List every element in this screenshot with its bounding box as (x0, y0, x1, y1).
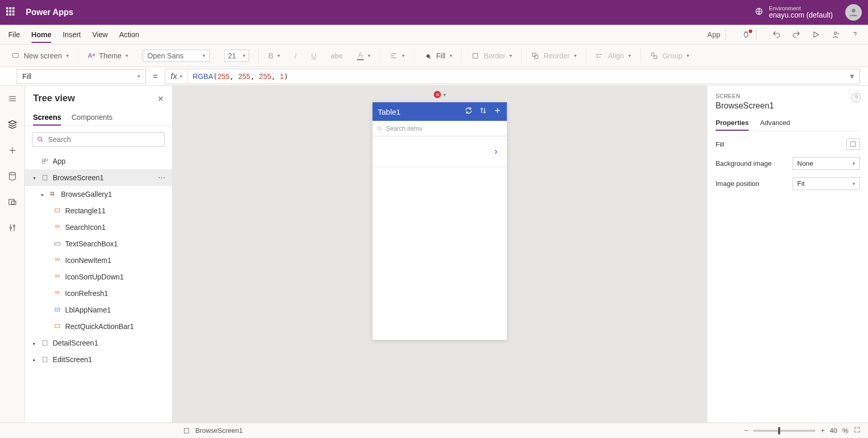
fill-color-swatch[interactable] (846, 138, 860, 150)
properties-category: SCREEN (716, 93, 860, 99)
tree-search-input[interactable] (48, 135, 160, 144)
align-button[interactable]: Align▾ (591, 52, 636, 60)
zoom-slider[interactable] (753, 430, 815, 432)
group-button[interactable]: Group▾ (645, 52, 694, 60)
caret-right-icon[interactable]: ▸ (39, 192, 45, 197)
strike-button[interactable]: abc (326, 52, 348, 60)
refresh-icon[interactable] (464, 106, 473, 117)
more-options-button[interactable]: ⋯ (158, 174, 166, 182)
error-indicator[interactable]: ✕ ▾ (434, 91, 446, 98)
menu-app[interactable]: App (707, 30, 720, 39)
zoom-unit: % (842, 427, 848, 434)
formula-input[interactable]: fx▾ RGBA(255, 255, 255, 1) ▾ (165, 69, 860, 84)
new-screen-button[interactable]: New screen ▾ (6, 52, 74, 60)
theme-button[interactable]: Aᵃ Theme ▾ (83, 52, 133, 60)
svg-rect-38 (850, 142, 855, 146)
svg-point-25 (58, 225, 60, 227)
tree-node-iconsortupdown[interactable]: IconSortUpDown1 (25, 269, 172, 285)
underline-button[interactable]: U (306, 52, 321, 60)
theme-icon: Aᵃ (88, 52, 95, 59)
tab-screens[interactable]: Screens (33, 110, 61, 126)
caret-down-icon[interactable]: ▾ (31, 175, 37, 181)
bold-button[interactable]: B▾ (263, 52, 285, 60)
rail-insert[interactable] (7, 145, 18, 156)
fill-button[interactable]: Fill▾ (419, 52, 457, 60)
ptab-properties[interactable]: Properties (716, 116, 749, 131)
menu-file[interactable]: File (8, 26, 20, 43)
tree-node-app[interactable]: App (25, 153, 172, 169)
environment-picker[interactable]: Environment enayu.com (default) (754, 5, 833, 19)
tree-node-editscreen[interactable]: ▸ EditScreen1 (25, 351, 172, 368)
svg-rect-35 (43, 340, 47, 345)
tree-node-textsearchbox[interactable]: TextSearchBox1 (25, 236, 172, 252)
properties-target-name: BrowseScreen1 (716, 101, 860, 111)
tree-node-iconrefresh[interactable]: IconRefresh1 (25, 285, 172, 302)
phone-preview[interactable]: Table1 Search items (373, 102, 507, 340)
add-icon[interactable] (493, 106, 502, 117)
rail-advanced-tools[interactable] (7, 222, 18, 233)
error-icon: ✕ (434, 91, 441, 98)
svg-point-37 (378, 127, 381, 130)
expand-formula-icon[interactable]: ▾ (845, 71, 859, 81)
screen-icon (40, 174, 50, 181)
play-button[interactable] (811, 30, 820, 39)
help-button[interactable] (850, 30, 860, 39)
share-button[interactable] (831, 30, 840, 39)
app-launcher-icon[interactable] (6, 7, 17, 18)
help-icon[interactable]: ? (851, 93, 861, 102)
screen-icon (40, 339, 50, 347)
reorder-button[interactable]: Reorder▾ (526, 52, 582, 60)
tree-node-browsescreen[interactable]: ▾ BrowseScreen1 ⋯ (25, 169, 172, 186)
app-checker-button[interactable] (741, 30, 751, 39)
zoom-in-button[interactable]: + (820, 427, 825, 434)
border-button[interactable]: Border▾ (466, 52, 517, 60)
align-text-button[interactable]: ▾ (384, 52, 410, 60)
undo-button[interactable] (772, 30, 781, 39)
tree-node-searchicon[interactable]: SearchIcon1 (25, 219, 172, 236)
font-size-input[interactable]: 21▾ (224, 50, 249, 62)
menu-action[interactable]: Action (119, 26, 140, 43)
prop-bgimage-label: Background image (716, 160, 771, 167)
bgimage-select[interactable]: None▾ (793, 157, 860, 170)
font-color-button[interactable]: A▾ (352, 51, 376, 60)
menu-insert[interactable]: Insert (63, 26, 81, 43)
formula-text[interactable]: RGBA(255, 255, 255, 1) (188, 72, 845, 81)
canvas-area[interactable]: ✕ ▾ Table1 Search items (173, 86, 707, 423)
sort-icon[interactable] (479, 106, 487, 117)
svg-rect-34 (55, 325, 59, 328)
tree-node-rectquickactionbar[interactable]: RectQuickActionBar1 (25, 318, 172, 335)
gallery-item[interactable] (373, 136, 507, 167)
italic-button[interactable]: I (289, 52, 302, 60)
svg-rect-36 (43, 357, 47, 362)
fit-to-window-button[interactable] (854, 426, 861, 435)
close-pane-button[interactable]: ✕ (158, 95, 164, 103)
tab-components[interactable]: Components (71, 110, 112, 126)
phone-searchbox[interactable]: Search items (373, 121, 507, 136)
rail-media[interactable] (7, 196, 18, 208)
zoom-out-button[interactable]: − (745, 427, 749, 434)
properties-pane: SCREEN BrowseScreen1 ? Properties Advanc… (707, 86, 868, 423)
tree-node-iconnewitem[interactable]: IconNewItem1 (25, 252, 172, 269)
menu-home[interactable]: Home (32, 26, 52, 43)
rail-tree-view[interactable] (7, 119, 18, 130)
property-selector[interactable]: Fill ▾ (17, 69, 146, 84)
caret-right-icon[interactable]: ▸ (31, 340, 37, 346)
rail-hamburger[interactable] (7, 93, 18, 104)
ptab-advanced[interactable]: Advanced (760, 116, 790, 131)
rail-data[interactable] (7, 170, 18, 182)
tree-node-lblappname[interactable]: LblAppName1 (25, 302, 172, 318)
environment-value: enayu.com (default) (769, 11, 833, 19)
tree-search[interactable] (32, 132, 165, 147)
svg-rect-6 (535, 55, 538, 58)
tree-node-detailscreen[interactable]: ▸ DetailScreen1 (25, 335, 172, 351)
tree-label: SearchIcon1 (65, 223, 106, 231)
tree-node-rectangle[interactable]: Rectangle11 (25, 202, 172, 219)
tree-node-browsegallery[interactable]: ▸ BrowseGallery1 (25, 186, 172, 202)
user-avatar[interactable] (845, 4, 862, 21)
menu-view[interactable]: View (92, 26, 107, 43)
imgpos-select[interactable]: Fit▾ (793, 177, 860, 190)
font-select[interactable]: Open Sans▾ (143, 50, 210, 62)
caret-right-icon[interactable]: ▸ (31, 357, 37, 363)
redo-button[interactable] (792, 30, 801, 39)
border-label: Border (484, 52, 505, 60)
